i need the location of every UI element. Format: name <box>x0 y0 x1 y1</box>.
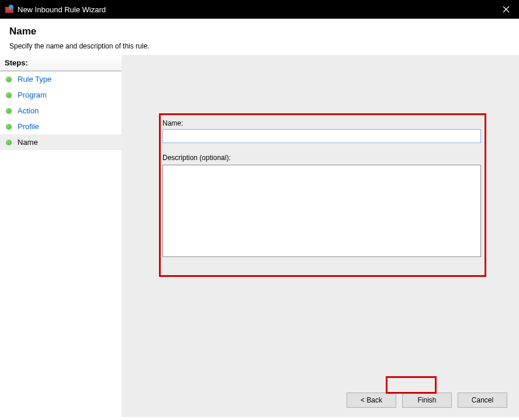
description-field-group: Description (optional): <box>162 154 483 259</box>
step-bullet-icon <box>6 108 12 114</box>
wizard-header: Name Specify the name and description of… <box>0 19 519 55</box>
wizard-buttons: < Back Finish Cancel <box>347 393 507 408</box>
name-input[interactable] <box>162 129 481 143</box>
step-label: Action <box>18 106 39 115</box>
step-label: Program <box>18 91 47 99</box>
steps-header: Steps: <box>0 55 122 71</box>
step-bullet-icon <box>6 92 12 98</box>
finish-button[interactable]: Finish <box>402 393 452 408</box>
wizard-content: Steps: Rule Type Program Action Profile … <box>0 55 519 417</box>
wizard-main: Name: Description (optional): < Back Fin… <box>122 55 519 417</box>
step-bullet-icon <box>6 140 12 145</box>
cancel-button[interactable]: Cancel <box>458 393 507 408</box>
step-action[interactable]: Action <box>0 103 122 119</box>
page-title: Name <box>9 26 510 37</box>
svg-rect-1 <box>5 7 8 9</box>
highlight-finish-annotation <box>386 376 437 394</box>
close-button[interactable] <box>493 0 519 19</box>
firewall-icon <box>5 5 14 14</box>
close-icon <box>503 6 510 13</box>
page-description: Specify the name and description of this… <box>9 42 510 50</box>
steps-sidebar: Steps: Rule Type Program Action Profile … <box>0 55 122 417</box>
step-bullet-icon <box>6 77 12 82</box>
window-title: New Inbound Rule Wizard <box>18 5 493 14</box>
step-label: Rule Type <box>18 75 51 84</box>
name-label: Name: <box>162 119 483 127</box>
description-label: Description (optional): <box>162 154 483 162</box>
description-input[interactable] <box>162 165 481 257</box>
svg-rect-4 <box>6 9 9 11</box>
step-bullet-icon <box>6 124 12 130</box>
step-rule-type[interactable]: Rule Type <box>0 71 122 87</box>
form-area: Name: Description (optional): <box>162 119 483 270</box>
step-profile[interactable]: Profile <box>0 119 122 134</box>
back-button[interactable]: < Back <box>347 393 396 408</box>
titlebar: New Inbound Rule Wizard <box>0 0 519 19</box>
step-name[interactable]: Name <box>0 134 122 150</box>
step-label: Profile <box>18 122 39 131</box>
step-label: Name <box>18 138 38 147</box>
step-program[interactable]: Program <box>0 87 122 103</box>
name-field-group: Name: <box>162 119 483 143</box>
